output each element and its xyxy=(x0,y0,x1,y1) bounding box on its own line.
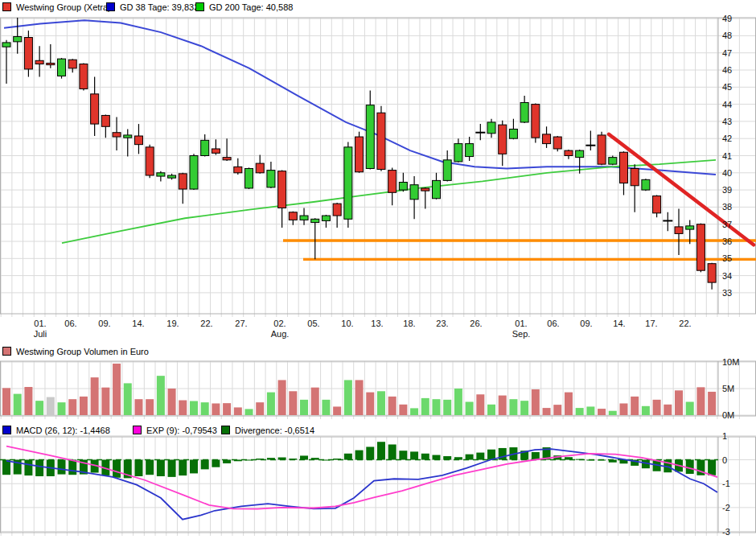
divergence-bar xyxy=(223,460,231,463)
candle-down xyxy=(333,204,341,216)
axis-tick-label: 14. xyxy=(613,319,625,328)
volume-bar xyxy=(696,387,705,415)
volume-bar xyxy=(190,401,198,415)
candle-up xyxy=(609,158,617,165)
volume-bar xyxy=(278,380,286,415)
candle-up xyxy=(245,168,253,187)
divergence-bar xyxy=(300,455,308,459)
volume-bar xyxy=(113,364,121,415)
axis-tick-label: 48 xyxy=(722,31,732,40)
divergence-bar xyxy=(234,460,242,462)
volume-bar xyxy=(168,389,176,415)
stock-chart-page: 333435363738394041424344454647484910M5M0… xyxy=(0,0,756,539)
volume-bar xyxy=(223,403,231,415)
divergence-bar xyxy=(421,454,429,460)
candle-up xyxy=(157,173,165,176)
candle-up xyxy=(322,216,330,220)
volume-bar xyxy=(653,400,661,415)
volume-bar xyxy=(68,399,76,415)
axis-tick-label: 41 xyxy=(722,151,732,161)
divergence-bar xyxy=(68,460,76,475)
axis-tick-label: 26. xyxy=(470,319,482,328)
axis-tick-label: Juli xyxy=(34,329,47,339)
divergence-bar xyxy=(344,454,352,460)
volume-bar xyxy=(245,409,253,415)
candle-down xyxy=(256,163,264,173)
divergence-bar xyxy=(586,460,594,461)
volume-bar xyxy=(565,393,573,415)
axis-tick-label: 17. xyxy=(645,319,657,328)
axis-tick-label: 14. xyxy=(132,319,144,328)
divergence-bar xyxy=(179,460,187,476)
divergence-swatch-icon xyxy=(221,426,230,434)
volume-bar xyxy=(432,399,440,415)
axis-tick-label: 43 xyxy=(722,117,732,126)
candle-down xyxy=(134,136,142,145)
candle-down xyxy=(421,188,429,191)
candle-down xyxy=(708,264,716,282)
divergence-bar xyxy=(24,460,32,476)
volume-bar xyxy=(179,401,187,415)
divergence-bar xyxy=(355,451,364,460)
divergence-bar xyxy=(157,460,165,476)
volume-bar xyxy=(234,407,242,415)
candle-up xyxy=(190,156,198,190)
axis-tick-label: -3 xyxy=(722,527,730,537)
chart-canvas: 333435363738394041424344454647484910M5M0… xyxy=(0,0,756,539)
divergence-bar xyxy=(35,460,43,476)
candle-up xyxy=(466,144,474,157)
volume-bar xyxy=(520,401,528,415)
candle-up xyxy=(300,216,308,220)
volume-bar xyxy=(454,389,462,415)
volume-bar xyxy=(157,376,165,415)
volume-bar xyxy=(499,396,507,415)
divergence-bar xyxy=(454,457,462,459)
candle-down xyxy=(355,137,364,172)
candle-down xyxy=(289,212,297,220)
axis-tick-label: 01. xyxy=(34,319,46,328)
divergence-bar xyxy=(598,460,606,461)
volume-bar xyxy=(609,411,617,415)
candle-down xyxy=(543,134,551,144)
axis-tick-label: 0M xyxy=(722,410,734,420)
volume-bar xyxy=(201,402,209,415)
axis-tick-label: 42 xyxy=(722,134,732,143)
volume-bar xyxy=(134,399,142,415)
axis-tick-label: 09. xyxy=(580,319,592,328)
candle-up xyxy=(399,183,407,191)
candle-up xyxy=(686,226,694,229)
volume-bar xyxy=(476,394,484,415)
gd200-label: GD 200 Tage: 40,588 xyxy=(209,2,293,12)
divergence-bar xyxy=(134,460,142,476)
volume-bar xyxy=(642,406,650,415)
divergence-bar xyxy=(311,458,319,459)
candle-doji xyxy=(585,145,595,146)
divergence-label: Divergence: -0,6514 xyxy=(235,426,314,435)
axis-tick-label: 23. xyxy=(436,319,448,328)
divergence-bar xyxy=(432,455,440,460)
volume-bar xyxy=(14,394,22,415)
candle-up xyxy=(509,129,517,138)
candle-up xyxy=(454,144,462,162)
axis-tick-label: 36 xyxy=(722,237,732,246)
axis-tick-label: 44 xyxy=(722,100,732,109)
volume-bar xyxy=(24,387,32,415)
volume-bar xyxy=(289,391,297,415)
candle-down xyxy=(146,147,154,175)
volume-bar xyxy=(708,392,716,415)
candle-up xyxy=(520,102,528,121)
candle-down xyxy=(499,125,507,154)
axis-tick-label: 46 xyxy=(722,65,732,75)
volume-bar xyxy=(443,400,451,415)
axis-tick-label: 19. xyxy=(166,319,179,328)
axis-tick-label: 09. xyxy=(98,319,110,328)
legend-item-gd38: GD 38 Tage: 39,833 xyxy=(106,2,199,12)
volume-bar xyxy=(101,388,109,415)
divergence-bar xyxy=(443,456,451,459)
candle-up xyxy=(201,140,209,155)
axis-tick-label: 01. xyxy=(515,319,527,328)
candle-down xyxy=(35,60,43,64)
axis-tick-label: 10. xyxy=(341,319,353,328)
axis-tick-label: Aug. xyxy=(271,329,290,339)
volume-bar xyxy=(466,402,474,416)
